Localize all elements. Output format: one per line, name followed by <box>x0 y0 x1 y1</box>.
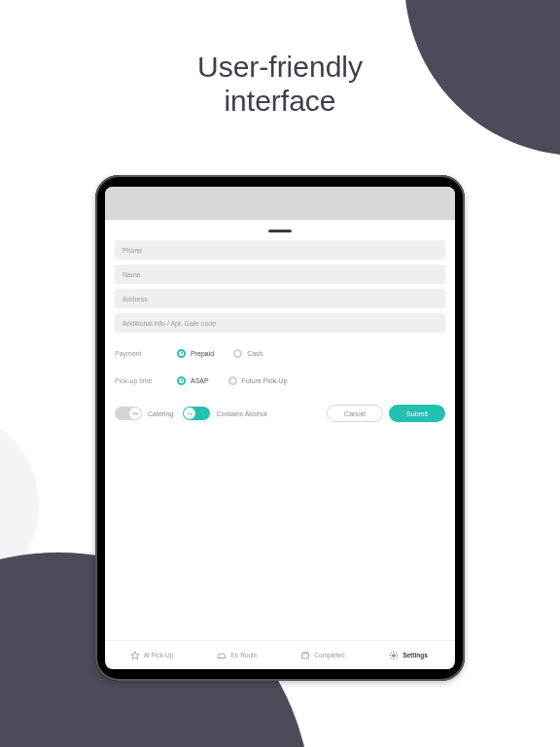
tab-settings-label: Settings <box>402 652 428 658</box>
pickup-time-row: Pick-up time ASAP Future Pick-Up <box>115 369 445 392</box>
tab-pickup-label: At Pick-Up <box>144 652 174 658</box>
pickup-future-radio[interactable]: Future Pick-Up <box>228 376 288 385</box>
radio-dot-icon <box>177 349 186 358</box>
pickup-asap-radio[interactable]: ASAP <box>177 376 209 385</box>
svg-marker-0 <box>130 651 138 658</box>
alcohol-toggle[interactable]: On <box>183 407 210 420</box>
payment-row: Payment Prepaid Cash <box>115 341 445 365</box>
tablet-frame: Phone Name Address Additional info / Apt… <box>95 175 465 681</box>
tab-en-route[interactable]: En Route <box>196 651 278 660</box>
order-form: Phone Name Address Additional info / Apt… <box>105 220 455 640</box>
catering-toggle[interactable]: Off <box>115 407 142 420</box>
radio-dot-icon <box>177 376 186 385</box>
payment-prepaid-radio[interactable]: Prepaid <box>177 349 214 358</box>
tab-enroute-label: En Route <box>230 652 257 658</box>
sheet-grabber[interactable] <box>268 230 292 232</box>
action-row: Off Catering On Contains Alcohol Cancel … <box>115 402 445 425</box>
tab-completed[interactable]: Completed <box>282 651 364 660</box>
tab-completed-label: Completed <box>314 652 344 658</box>
box-icon <box>300 651 310 660</box>
car-icon <box>217 651 227 660</box>
payment-cash-label: Cash <box>247 350 262 357</box>
pickup-asap-label: ASAP <box>191 377 209 384</box>
tab-settings[interactable]: Settings <box>368 651 449 660</box>
star-icon <box>130 651 140 660</box>
headline-line1: User-friendly <box>0 51 560 85</box>
svg-rect-3 <box>302 653 309 658</box>
alcohol-label: Contains Alcohol <box>216 410 266 417</box>
submit-button[interactable]: Submit <box>389 405 445 422</box>
toggle-knob: On <box>184 408 195 419</box>
header-bar <box>105 187 455 220</box>
name-field[interactable]: Name <box>115 265 445 284</box>
additional-info-field[interactable]: Additional info / Apt, Gate code <box>115 313 445 333</box>
radio-dot-icon <box>228 376 237 385</box>
tab-bar: At Pick-Up En Route Completed Settings <box>105 640 455 669</box>
catering-label: Catering <box>148 410 173 417</box>
payment-prepaid-label: Prepaid <box>191 350 214 357</box>
svg-point-4 <box>393 654 396 657</box>
tab-at-pickup[interactable]: At Pick-Up <box>111 651 192 660</box>
pickup-label: Pick-up time <box>115 377 177 384</box>
pickup-future-label: Future Pick-Up <box>242 377 288 384</box>
radio-dot-icon <box>233 349 242 358</box>
gear-icon <box>389 651 399 660</box>
headline-line2: interface <box>0 85 560 119</box>
app-screen: Phone Name Address Additional info / Apt… <box>105 187 455 669</box>
payment-cash-radio[interactable]: Cash <box>233 349 262 358</box>
cancel-button[interactable]: Cancel <box>327 405 383 422</box>
phone-field[interactable]: Phone <box>115 240 445 260</box>
payment-label: Payment <box>115 350 177 357</box>
toggle-knob: Off <box>129 408 141 419</box>
address-field[interactable]: Address <box>115 289 445 308</box>
page-title: User-friendly interface <box>0 51 560 118</box>
